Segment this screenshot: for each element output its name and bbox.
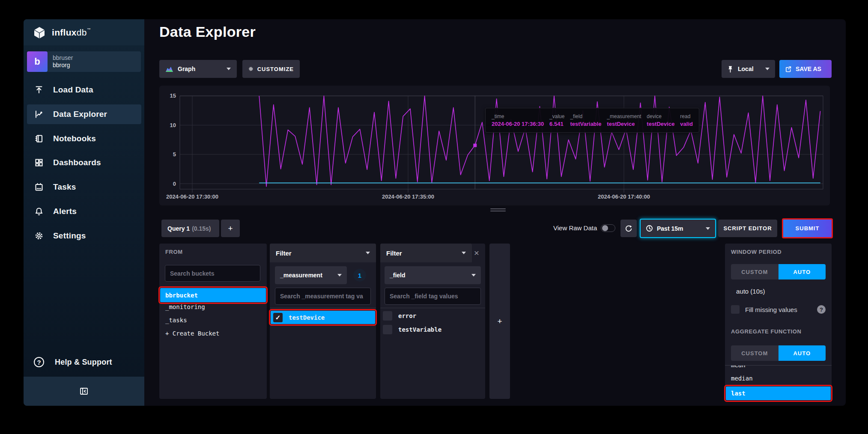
query-duration: (0.15s) (192, 225, 211, 232)
submit-label: SUBMIT (796, 225, 820, 232)
grid-icon (34, 158, 44, 167)
view-raw-data-toggle[interactable] (601, 224, 615, 232)
sidebar-item-label: Settings (53, 231, 86, 241)
gear-icon (34, 231, 44, 241)
window-period-title: WINDOW PERIOD (731, 249, 781, 255)
tag-value-label: testDevice (289, 314, 325, 321)
divider (380, 308, 485, 308)
toggle-knob (602, 225, 608, 231)
save-location-dropdown[interactable]: Local (722, 60, 775, 78)
window-custom-button[interactable]: CUSTOM (731, 264, 779, 279)
refresh-button[interactable] (620, 220, 637, 237)
pin-icon (727, 65, 734, 73)
sidebar-item-dashboards[interactable]: Dashboards (27, 153, 141, 172)
sidebar-item-notebooks[interactable]: Notebooks (27, 129, 141, 149)
script-editor-label: SCRIPT EDITOR (723, 225, 772, 232)
bucket-item[interactable]: _tasks (165, 317, 187, 324)
chevron-down-icon (462, 252, 466, 254)
from-bucket-card: FROM bbrbucket _monitoring _tasks + Crea… (159, 244, 267, 399)
resize-handle[interactable] (490, 208, 506, 213)
refresh-icon (625, 225, 632, 232)
aggregate-item[interactable]: median (725, 372, 832, 385)
save-as-button[interactable]: SAVE AS (779, 60, 832, 78)
customize-label: CUSTOMIZE (257, 66, 294, 72)
bucket-search-input[interactable] (165, 265, 260, 282)
svg-text:0: 0 (173, 181, 176, 187)
sidebar: influxdb™ b bbruser bbrorg Load Data Dat… (24, 19, 144, 406)
svg-text:2024-06-20 17:40:00: 2024-06-20 17:40:00 (598, 193, 650, 200)
app-window: influxdb™ b bbruser bbrorg Load Data Dat… (24, 19, 846, 406)
checkbox-icon[interactable] (383, 311, 392, 321)
aggregate-custom-button[interactable]: CUSTOM (731, 345, 779, 361)
user-menu[interactable]: b bbruser bbrorg (27, 51, 141, 72)
svg-text:2024-06-20 17:30:00: 2024-06-20 17:30:00 (166, 193, 218, 200)
customize-button[interactable]: CUSTOMIZE (242, 60, 300, 78)
window-auto-button[interactable]: AUTO (779, 264, 826, 279)
measurement-key-dropdown[interactable]: _measurement (275, 266, 347, 284)
main-area: Data Explorer Graph CUSTOMIZE Local (144, 19, 846, 406)
filter-type-dropdown[interactable]: Filter (380, 244, 472, 262)
chevron-down-icon (471, 274, 476, 276)
help-tooltip-icon[interactable] (817, 305, 826, 314)
sidebar-item-alerts[interactable]: Alerts (27, 202, 141, 221)
checkbox-icon[interactable] (731, 305, 740, 314)
save-as-label: SAVE AS (796, 65, 821, 72)
measurement-search-input[interactable] (275, 288, 371, 305)
checkbox-checked-icon[interactable] (273, 313, 283, 322)
chevron-down-icon (765, 68, 770, 70)
field-value-row[interactable]: testVariable (383, 325, 441, 334)
sidebar-item-tasks[interactable]: Tasks (27, 177, 141, 197)
chart-panel[interactable]: 0510152024-06-20 17:30:002024-06-20 17:3… (159, 86, 830, 205)
sidebar-item-load-data[interactable]: Load Data (27, 80, 141, 100)
local-label: Local (738, 65, 754, 72)
svg-text:5: 5 (173, 151, 176, 158)
window-period-segmented: CUSTOM AUTO (731, 264, 826, 279)
svg-text:10: 10 (170, 122, 176, 128)
sidebar-item-data-explorer[interactable]: Data Explorer (27, 104, 141, 124)
sidebar-item-label: Tasks (53, 182, 76, 192)
visualization-type-dropdown[interactable]: Graph (159, 60, 237, 78)
field-value-row[interactable]: error (383, 311, 416, 321)
field-key-label: _field (390, 272, 406, 279)
bucket-item[interactable]: _monitoring (165, 303, 205, 310)
sidebar-item-settings[interactable]: Settings (27, 226, 141, 246)
script-editor-button[interactable]: SCRIPT EDITOR (718, 220, 777, 237)
query-tab[interactable]: Query 1 (0.15s) (161, 220, 219, 237)
sidebar-item-label: Dashboards (53, 158, 101, 167)
aggregate-item-selected[interactable]: last (726, 386, 831, 400)
add-filter-card-button[interactable]: + (489, 244, 510, 399)
aggregate-auto-button[interactable]: AUTO (779, 345, 826, 361)
sidebar-item-help-support[interactable]: Help & Support (27, 352, 141, 372)
influxdb-logo[interactable]: influxdb™ (24, 19, 144, 45)
graph-type-icon (165, 66, 173, 72)
measurement-value-selected[interactable]: testDevice (271, 311, 375, 324)
field-key-dropdown[interactable]: _field (385, 266, 481, 284)
from-title: FROM (165, 249, 183, 255)
aggregate-item-clipped[interactable]: mean (725, 366, 832, 372)
tag-value-label: testVariable (398, 326, 441, 333)
time-range-label: Past 15m (657, 225, 683, 232)
filter-type-dropdown[interactable]: Filter (270, 244, 376, 262)
add-query-button[interactable]: + (221, 220, 240, 237)
checkbox-icon[interactable] (383, 325, 392, 334)
chart-tooltip: _time2024-06-20 17:36:30 _value6.541 _fi… (485, 108, 699, 133)
create-bucket-button[interactable]: + Create Bucket (165, 330, 219, 337)
collapse-sidebar-icon[interactable] (79, 386, 89, 396)
close-icon[interactable] (471, 248, 482, 258)
sidebar-item-label: Help & Support (55, 358, 112, 367)
submit-button[interactable]: SUBMIT (782, 218, 833, 238)
bucket-item-selected[interactable]: bbrbucket (160, 288, 266, 302)
fill-missing-values-label: Fill missing values (745, 306, 797, 313)
line-chart-icon (34, 110, 44, 119)
divider (270, 308, 376, 308)
svg-text:2024-06-20 17:35:00: 2024-06-20 17:35:00 (382, 193, 434, 200)
user-org: bbrorg (53, 62, 73, 69)
time-range-dropdown[interactable]: Past 15m (640, 219, 716, 238)
query-tab-label: Query 1 (167, 225, 190, 232)
gear-icon (248, 65, 254, 72)
fill-missing-values-row: Fill missing values (731, 305, 826, 314)
avatar: b (27, 51, 48, 72)
field-search-input[interactable] (385, 288, 481, 305)
sidebar-item-label: Load Data (53, 85, 93, 95)
logo-text: influxdb™ (52, 27, 91, 38)
